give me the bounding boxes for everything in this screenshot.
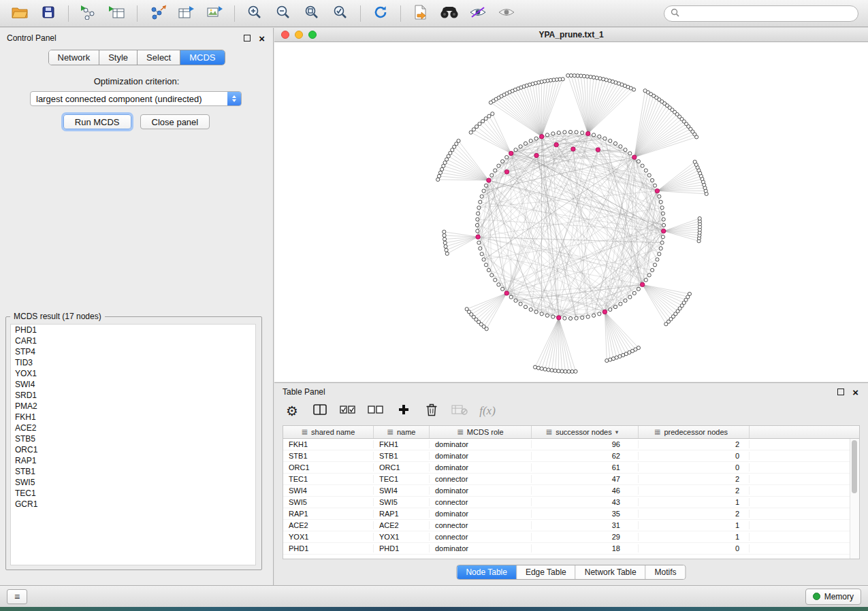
network-node[interactable] [651, 178, 654, 182]
network-leaf-node[interactable] [547, 368, 550, 371]
table-cell[interactable]: connector [430, 498, 532, 506]
network-leaf-node[interactable] [566, 73, 570, 77]
minimize-window-icon[interactable] [295, 31, 303, 39]
network-node[interactable] [484, 263, 487, 267]
table-cell[interactable]: 0 [639, 463, 750, 472]
mcds-result-item[interactable]: GCR1 [11, 499, 255, 510]
table-cell[interactable]: 29 [532, 533, 639, 541]
tab-node-table[interactable]: Node Table [457, 565, 517, 579]
network-leaf-node[interactable] [436, 178, 440, 181]
table-cell[interactable]: ORC1 [374, 463, 430, 472]
network-node[interactable] [480, 195, 483, 198]
mcds-result-item[interactable]: SWI4 [11, 379, 255, 390]
tab-network-table[interactable]: Network Table [576, 565, 646, 579]
table-cell[interactable]: 96 [532, 440, 639, 448]
network-leaf-node[interactable] [487, 114, 491, 118]
criterion-select[interactable]: largest connected component (undirected) [30, 91, 242, 106]
table-cell[interactable]: SWI5 [374, 498, 430, 506]
column-header-successor-nodes[interactable]: ▦successor nodes▾ [532, 426, 639, 438]
network-dominator-node[interactable] [557, 316, 561, 320]
table-row[interactable]: STB1STB1dominator620 [283, 450, 859, 462]
network-node[interactable] [519, 302, 522, 306]
table-row[interactable]: PHD1PHD1dominator180 [283, 543, 859, 555]
network-node[interactable] [479, 247, 482, 250]
refresh-button[interactable] [368, 3, 393, 24]
close-panel-icon[interactable]: × [259, 33, 265, 44]
network-node[interactable] [487, 268, 490, 271]
table-cell[interactable]: 1 [639, 498, 750, 506]
network-node[interactable] [575, 131, 578, 134]
network-dominator-node[interactable] [534, 153, 539, 157]
column-header-predecessor-nodes[interactable]: ▦predecessor nodes [639, 426, 750, 438]
table-cell[interactable]: PHD1 [283, 544, 374, 552]
network-node[interactable] [613, 142, 617, 145]
mcds-result-item[interactable]: CAR1 [11, 335, 255, 346]
network-leaf-node[interactable] [445, 158, 449, 161]
table-cell[interactable]: 18 [532, 544, 639, 552]
add-column-button[interactable] [396, 402, 412, 420]
table-row[interactable]: YOX1YOX1connector291 [283, 531, 859, 543]
network-node[interactable] [529, 308, 532, 311]
search-input[interactable] [684, 8, 852, 19]
table-cell[interactable]: TEC1 [374, 475, 430, 483]
mcds-result-item[interactable]: SWI5 [11, 477, 255, 488]
network-node[interactable] [529, 139, 532, 142]
network-dominator-node[interactable] [504, 291, 509, 295]
table-cell[interactable]: SWI4 [374, 486, 430, 495]
network-node[interactable] [575, 316, 578, 320]
network-leaf-node[interactable] [557, 369, 560, 373]
zoom-selected-button[interactable] [327, 3, 353, 24]
network-dominator-node[interactable] [655, 188, 659, 193]
network-dominator-node[interactable] [487, 178, 491, 182]
column-header-shared-name[interactable]: ▦shared name [283, 426, 374, 438]
network-node[interactable] [514, 299, 517, 302]
network-node[interactable] [480, 252, 483, 256]
table-cell[interactable]: 35 [532, 510, 639, 518]
table-settings-button[interactable]: ⚙ [284, 402, 300, 420]
table-cell[interactable]: FKH1 [374, 440, 430, 448]
network-node[interactable] [653, 184, 656, 187]
network-leaf-node[interactable] [491, 112, 494, 116]
network-node[interactable] [509, 295, 513, 299]
import-table-button[interactable] [104, 3, 130, 24]
network-leaf-node[interactable] [540, 367, 543, 370]
mcds-result-item[interactable]: RAP1 [11, 455, 255, 466]
network-leaf-node[interactable] [543, 367, 547, 371]
network-dominator-node[interactable] [586, 131, 590, 135]
mcds-result-item[interactable]: PHD1 [11, 325, 255, 335]
network-leaf-node[interactable] [445, 252, 449, 255]
network-node[interactable] [641, 164, 644, 167]
mcds-result-list[interactable]: PHD1CAR1STP4TID3YOX1SWI4SRD1PMA2FKH1ACE2… [10, 324, 256, 565]
table-cell[interactable]: dominator [430, 440, 532, 448]
network-node[interactable] [653, 263, 656, 267]
network-node[interactable] [501, 287, 504, 291]
select-all-button[interactable] [340, 402, 356, 420]
network-leaf-node[interactable] [698, 217, 701, 220]
table-cell[interactable]: YOX1 [374, 533, 430, 541]
network-node[interactable] [659, 247, 662, 250]
network-node[interactable] [477, 241, 481, 244]
network-node[interactable] [586, 315, 590, 318]
table-row[interactable]: RAP1RAP1dominator352 [283, 508, 859, 520]
close-panel-button[interactable]: Close panel [140, 114, 210, 129]
table-cell[interactable]: 2 [639, 486, 750, 495]
search-network-button[interactable] [436, 3, 462, 24]
network-leaf-node[interactable] [574, 369, 577, 373]
network-leaf-node[interactable] [564, 369, 567, 373]
network-node[interactable] [624, 299, 627, 302]
network-node[interactable] [545, 133, 549, 137]
network-node[interactable] [661, 235, 664, 239]
table-row[interactable]: SWI5SWI5connector431 [283, 497, 859, 508]
network-leaf-node[interactable] [570, 369, 574, 373]
network-node[interactable] [628, 152, 632, 155]
table-cell[interactable]: SWI4 [283, 486, 374, 495]
table-cell[interactable]: RAP1 [374, 510, 430, 518]
share-document-button[interactable] [408, 3, 434, 24]
table-row[interactable]: ORC1ORC1dominator610 [283, 462, 859, 474]
network-dominator-node[interactable] [632, 155, 637, 159]
mcds-result-item[interactable]: STB5 [11, 433, 255, 444]
tab-motifs[interactable]: Motifs [646, 565, 686, 579]
network-node[interactable] [662, 218, 665, 221]
tab-select[interactable]: Select [138, 50, 180, 65]
network-leaf-node[interactable] [440, 167, 444, 171]
